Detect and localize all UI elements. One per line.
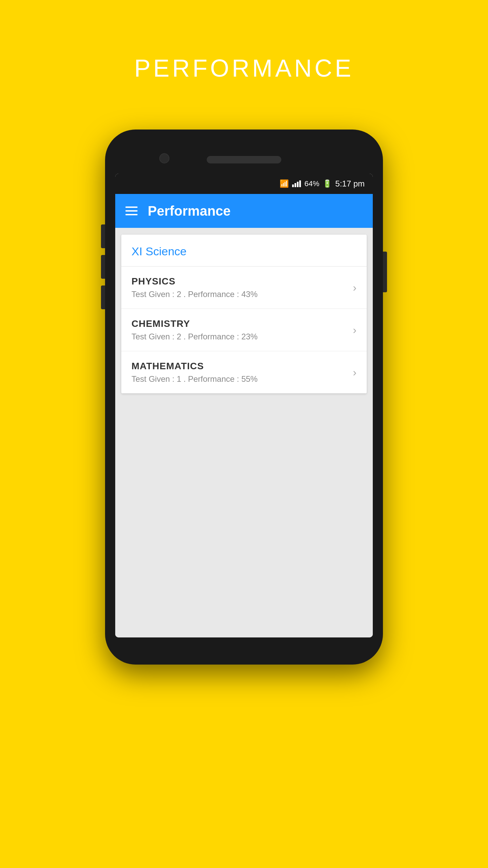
- phone-body: 📶 64% 🔋 5:17 pm: [105, 130, 383, 665]
- phone-top: [115, 146, 373, 174]
- empty-content-area: [115, 400, 373, 637]
- physics-content: PHYSICS Test Given : 2 . Performance : 4…: [131, 276, 353, 299]
- signal-bar-3: [297, 182, 299, 187]
- battery-icon: 🔋: [323, 179, 332, 188]
- hamburger-line-3: [125, 214, 138, 215]
- app-bar: Performance: [115, 194, 373, 228]
- chemistry-details: Test Given : 2 . Performance : 23%: [131, 332, 353, 341]
- signal-bar-1: [292, 184, 294, 187]
- section-title: XI Science: [131, 245, 187, 258]
- signal-bar-4: [299, 180, 301, 187]
- power-button: [383, 252, 387, 292]
- app-bar-title: Performance: [148, 203, 231, 219]
- mathematics-subject-name: MATHEMATICS: [131, 361, 353, 372]
- signal-bar-2: [294, 183, 296, 187]
- content-card: XI Science PHYSICS Test Given : 2 . Perf…: [121, 235, 367, 393]
- list-item-mathematics[interactable]: MATHEMATICS Test Given : 1 . Performance…: [121, 351, 367, 393]
- hamburger-line-1: [125, 206, 138, 208]
- chemistry-content: CHEMISTRY Test Given : 2 . Performance :…: [131, 318, 353, 341]
- physics-details: Test Given : 2 . Performance : 43%: [131, 290, 353, 299]
- physics-chevron-icon: ›: [353, 281, 357, 294]
- phone-mockup: 📶 64% 🔋 5:17 pm: [0, 130, 488, 665]
- menu-button[interactable]: [125, 206, 138, 215]
- speaker-grille: [207, 156, 281, 163]
- battery-percent: 64%: [304, 179, 319, 188]
- physics-subject-name: PHYSICS: [131, 276, 353, 287]
- mathematics-chevron-icon: ›: [353, 366, 357, 379]
- clock: 5:17 pm: [335, 179, 365, 189]
- list-item-physics[interactable]: PHYSICS Test Given : 2 . Performance : 4…: [121, 267, 367, 309]
- section-header: XI Science: [121, 235, 367, 267]
- chemistry-chevron-icon: ›: [353, 324, 357, 336]
- mathematics-content: MATHEMATICS Test Given : 1 . Performance…: [131, 361, 353, 384]
- signal-bars-icon: [292, 180, 301, 187]
- page-title: PERFORMANCE: [134, 54, 354, 82]
- volume-up-button: [101, 224, 105, 248]
- chemistry-subject-name: CHEMISTRY: [131, 318, 353, 329]
- mathematics-details: Test Given : 1 . Performance : 55%: [131, 374, 353, 384]
- list-item-chemistry[interactable]: CHEMISTRY Test Given : 2 . Performance :…: [121, 309, 367, 351]
- front-camera: [159, 153, 169, 163]
- mute-button: [101, 285, 105, 309]
- wifi-icon: 📶: [280, 179, 289, 188]
- status-bar: 📶 64% 🔋 5:17 pm: [115, 174, 373, 194]
- volume-down-button: [101, 255, 105, 279]
- phone-screen: 📶 64% 🔋 5:17 pm: [115, 174, 373, 637]
- hamburger-line-2: [125, 210, 138, 212]
- status-icons: 📶 64% 🔋 5:17 pm: [280, 179, 365, 189]
